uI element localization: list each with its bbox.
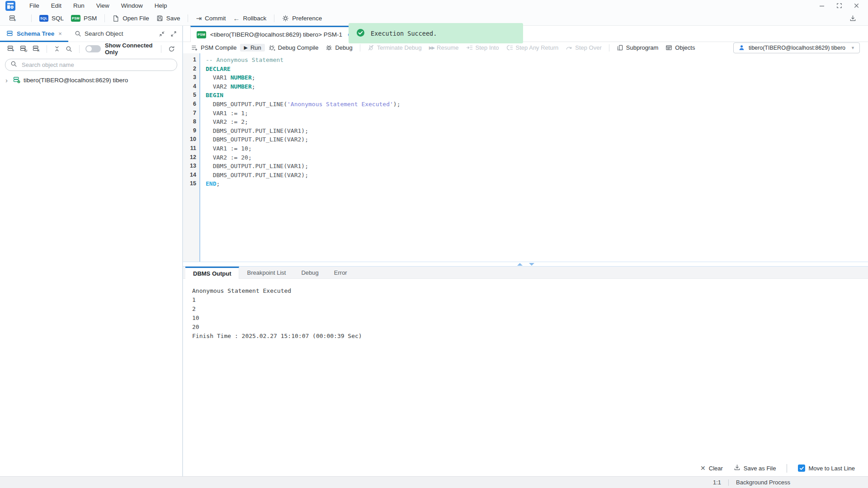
rollback-icon: ← (233, 15, 240, 22)
subprogram-icon (617, 44, 623, 51)
line-number: 15 (183, 179, 199, 188)
sidebar-toolbar: +↻×Show Connected Only (0, 42, 182, 56)
edit-connection-icon: ↻ (20, 45, 27, 52)
open-file-button[interactable]: Open File (109, 14, 153, 23)
maximize-icon[interactable] (835, 2, 843, 9)
sidebar-tab-search-object[interactable]: Search Object (68, 26, 130, 42)
sql-button[interactable]: SQLSQL (36, 14, 67, 23)
run-button[interactable]: ▶Run (240, 44, 264, 52)
code-line: DBMS_OUTPUT.PUT_LINE(VAR1); (200, 127, 868, 136)
line-number: 8 (183, 117, 199, 127)
move-to-last-line-toggle[interactable]: Move to Last Line (793, 465, 860, 472)
menu-run[interactable]: Run (67, 1, 90, 10)
edit-connection-button[interactable]: ↻ (17, 44, 30, 54)
code-line: VAR1 := 1; (200, 109, 868, 118)
editor-toolbar-label: Step Into (476, 44, 499, 51)
app-window: FileEditRunViewWindowHelp +SQLSQLPSMPSMO… (0, 0, 868, 488)
svg-text:+: + (14, 18, 16, 22)
add-connection-button[interactable]: + (5, 44, 17, 54)
code-line: DBMS_OUTPUT.PUT_LINE(VAR1); (200, 162, 868, 171)
psm-file-icon: PSM (197, 31, 206, 38)
sidebar-panel-actions (159, 26, 182, 42)
delete-connection-icon: × (33, 45, 40, 52)
save-button[interactable]: Save (153, 14, 184, 23)
code-line: VAR2 := 20; (200, 153, 868, 162)
psm-button[interactable]: PSMPSM (67, 14, 100, 23)
close-icon[interactable] (853, 2, 860, 9)
compile-icon (191, 44, 198, 51)
output-line: 1 (192, 296, 859, 305)
tree-item-label: tibero(TIBERO@localhost:8629) tibero (24, 77, 128, 84)
editor-tab-psm1[interactable]: PSM <tibero(TIBERO@localhost:8629) tiber… (190, 26, 358, 42)
step-any-return-button: Step Any Return (503, 44, 562, 52)
preference-button[interactable]: Preference (278, 14, 326, 23)
tree-item-connection[interactable]: ›tibero(TIBERO@localhost:8629) tibero (0, 75, 182, 85)
debug-compile-icon (269, 44, 275, 51)
toolbar-separator (104, 14, 105, 22)
debug-compile-button[interactable]: Debug Compile (265, 44, 322, 52)
disconnect-button[interactable] (20, 17, 27, 20)
output-panel: DBMS OutputBreakpoint ListDebugError Ano… (183, 267, 868, 476)
dbms-output-content: Anonymous Statement Executed121020Finish… (183, 279, 868, 460)
find-button[interactable] (63, 44, 75, 54)
output-tab-breakpoint-list[interactable]: Breakpoint List (239, 267, 293, 278)
rollback-button[interactable]: ←Rollback (230, 14, 270, 23)
step-over-icon (566, 44, 572, 51)
horizontal-splitter[interactable] (183, 262, 868, 267)
commit-button[interactable]: ⇥Commit (192, 14, 229, 23)
add-connection-button[interactable]: + (5, 14, 20, 23)
menu-view[interactable]: View (90, 1, 115, 10)
sidebar-tab-schema-tree[interactable]: Schema Tree× (0, 26, 68, 42)
output-tab-dbms-output[interactable]: DBMS Output (185, 267, 239, 279)
output-actions: ✕ Clear Save as File Move to Last Line (183, 460, 868, 476)
code-lines[interactable]: -- Anonymous StatementDECLARE VAR1 NUMBE… (199, 53, 868, 262)
collapse-panel-icon[interactable] (159, 31, 165, 37)
clear-icon: ✕ (700, 465, 706, 472)
code-editor[interactable]: 123456789101112131415 -- Anonymous State… (183, 53, 868, 262)
connection-selector[interactable]: tibero(TIBERO@localhost:8629) tibero▼ (733, 42, 860, 53)
code-line: -- Anonymous Statement (200, 56, 868, 65)
line-number: 2 (183, 65, 199, 74)
refresh-button[interactable] (165, 44, 178, 54)
show-connected-only-toggle[interactable] (85, 45, 101, 52)
menu-file[interactable]: File (24, 1, 45, 10)
export-button[interactable] (846, 14, 860, 23)
delete-connection-button[interactable]: × (30, 44, 42, 54)
menu-window[interactable]: Window (115, 1, 149, 10)
collapse-all-button[interactable] (51, 44, 63, 53)
app-logo-icon (5, 1, 15, 11)
psm-compile-button[interactable]: PSM Compile (188, 44, 240, 52)
line-number: 5 (183, 91, 199, 100)
checkbox-checked-icon[interactable] (798, 465, 805, 472)
terminate-debug-icon (368, 44, 374, 51)
splitter-up-icon[interactable] (517, 263, 523, 266)
objects-button[interactable]: Objects (662, 44, 698, 52)
save-icon (156, 15, 163, 22)
minimize-icon[interactable] (818, 2, 826, 9)
code-line: BEGIN (200, 91, 868, 100)
toolbar-separator (360, 44, 360, 52)
menu-help[interactable]: Help (149, 1, 173, 10)
search-input[interactable] (21, 61, 172, 69)
refresh-icon (168, 46, 175, 52)
close-tab-icon[interactable]: × (58, 30, 62, 37)
clear-button[interactable]: ✕ Clear (695, 465, 728, 472)
output-tab-error[interactable]: Error (326, 267, 355, 278)
svg-text:+: + (12, 48, 14, 52)
output-tab-debug[interactable]: Debug (293, 267, 326, 278)
subprogram-button[interactable]: Subprogram (613, 44, 662, 52)
splitter-down-icon[interactable] (529, 263, 534, 266)
expand-panel-icon[interactable] (170, 31, 177, 37)
editor-toolbar-label: Debug (335, 44, 352, 51)
chevron-right-icon[interactable]: › (5, 77, 10, 84)
debug-button[interactable]: Debug (322, 44, 356, 52)
code-line: VAR1 NUMBER; (200, 73, 868, 82)
save-as-file-button[interactable]: Save as File (728, 464, 782, 472)
resume-icon: ▶▶ (429, 46, 434, 50)
find-icon (66, 46, 72, 52)
toolbar-button-label: Rollback (243, 15, 267, 22)
background-process-label[interactable]: Background Process (736, 479, 790, 486)
schema-tree: ›tibero(TIBERO@localhost:8629) tibero (0, 74, 182, 476)
editor-panel: Execution Succeed. PSM <tibero(TIBERO@lo… (183, 26, 868, 476)
menu-edit[interactable]: Edit (45, 1, 67, 10)
